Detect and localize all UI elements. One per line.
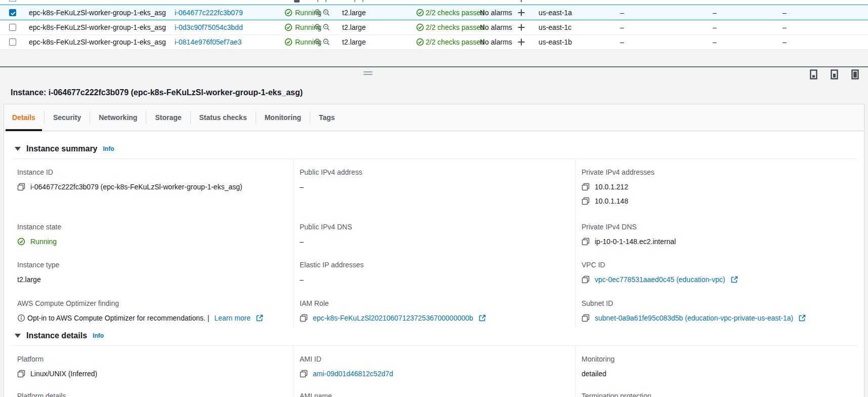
magnifier-minus-icon[interactable] (322, 9, 330, 17)
tab-details[interactable]: Details (6, 104, 42, 131)
text-fragment (317, 0, 318, 2)
copy-icon[interactable] (582, 275, 590, 284)
text-fragment (354, 0, 355, 2)
field-value: – (300, 182, 304, 192)
availability-zone: us-east-1c (539, 24, 571, 31)
field-label: Instance state (17, 223, 287, 231)
field-value: 10.0.1.148 (595, 196, 628, 206)
icon-fragment (294, 0, 300, 3)
empty-value: – (713, 24, 717, 31)
instance-details-header: Instance details Info (11, 331, 857, 346)
field-value: 10.0.1.212 (595, 182, 628, 192)
copy-icon[interactable] (300, 370, 308, 378)
row-checkbox[interactable] (9, 38, 16, 46)
add-alarm-plus-icon[interactable] (517, 38, 525, 46)
subnet-id-link[interactable]: subnet-0a9a61fe95c083d5b (education-vpc-… (595, 313, 793, 323)
magnifier-plus-icon[interactable] (314, 23, 322, 31)
empty-value: – (620, 24, 624, 31)
field-label: Monitoring (582, 355, 851, 364)
copy-icon[interactable] (582, 183, 590, 191)
row-checkbox[interactable] (9, 24, 16, 31)
info-link[interactable]: Info (103, 145, 114, 152)
instance-id-link[interactable]: i-0814e976f05ef7ae3 (175, 38, 241, 46)
triangle-down-icon[interactable] (15, 147, 21, 151)
field-label: AMI name (300, 392, 569, 397)
tab-status-checks[interactable]: Status checks (193, 104, 254, 131)
field-label: Public IPv4 DNS (300, 223, 569, 231)
tab-separator (44, 111, 45, 124)
instances-table: epc-k8s-FeKuLzSl-worker-group-1-eks_asg … (0, 0, 868, 50)
tab-tags[interactable]: Tags (312, 104, 342, 131)
field-value: i-064677c222fc3b079 (epc-k8s-FeKuLzSl-wo… (30, 182, 242, 192)
copy-icon[interactable] (17, 183, 25, 191)
info-link[interactable]: Info (93, 332, 104, 339)
tab-networking[interactable]: Networking (92, 104, 144, 131)
text-fragment (362, 0, 363, 2)
copy-icon[interactable] (582, 237, 590, 246)
alarm-status: No alarms (480, 9, 512, 16)
tab-separator (90, 111, 90, 124)
copy-icon[interactable] (17, 370, 25, 378)
tab-storage[interactable]: Storage (148, 104, 188, 131)
field-value: – (300, 274, 304, 285)
instance-detail-panel: Details Security Networking Storage Stat… (4, 104, 864, 397)
external-link-icon[interactable] (730, 275, 738, 284)
drag-handle-icon[interactable] (363, 71, 373, 76)
field-label: Termination protection (582, 392, 851, 397)
table-row[interactable]: epc-k8s-FeKuLzSl-worker-group-1-eks_asg … (0, 35, 868, 50)
instance-type: t2.large (342, 38, 366, 46)
empty-value: – (713, 9, 717, 16)
magnifier-minus-icon[interactable] (322, 23, 330, 31)
field-value: Linux/UNIX (Inferred) (30, 369, 97, 379)
state-ok-icon (284, 23, 293, 31)
ami-id-link[interactable]: ami-09d01d46812c52d7d (313, 369, 393, 379)
check-circle-icon (17, 237, 25, 246)
add-alarm-plus-icon[interactable] (517, 9, 525, 17)
external-link-icon[interactable] (256, 314, 264, 322)
alarm-status: No alarms (480, 24, 512, 31)
external-link-icon[interactable] (798, 314, 806, 322)
instance-id-link[interactable]: i-0d3c90f75054c3bdd (175, 24, 243, 31)
magnifier-plus-icon[interactable] (314, 38, 322, 46)
availability-zone: us-east-1a (539, 9, 572, 16)
field-value: – (300, 236, 304, 247)
empty-value: – (782, 38, 787, 46)
tab-separator (256, 111, 256, 124)
split-panel-large-icon[interactable] (851, 69, 859, 80)
tab-monitoring[interactable]: Monitoring (258, 104, 308, 131)
row-checkbox[interactable] (9, 9, 16, 16)
copy-icon[interactable] (300, 314, 308, 322)
tab-separator (146, 111, 146, 124)
ec2-console-screen: epc-k8s-FeKuLzSl-worker-group-1-eks_asg … (0, 0, 868, 397)
field-label: VPC ID (582, 261, 851, 269)
empty-value: – (782, 24, 787, 31)
status-ok-icon (416, 23, 424, 31)
copy-icon[interactable] (582, 197, 590, 205)
split-panel-medium-icon[interactable] (831, 69, 838, 80)
table-row[interactable]: epc-k8s-FeKuLzSl-worker-group-1-eks_asg … (0, 5, 868, 20)
empty-value: – (620, 38, 624, 46)
field-value: detailed (582, 369, 606, 379)
instance-name: epc-k8s-FeKuLzSl-worker-group-1-eks_asg (29, 38, 166, 46)
instance-name: epc-k8s-FeKuLzSl-worker-group-1-eks_asg (29, 24, 166, 31)
vpc-id-link[interactable]: vpc-0ec778531aaed0c45 (education-vpc) (595, 274, 725, 285)
copy-icon[interactable] (582, 314, 590, 322)
iam-role-link[interactable]: epc-k8s-FeKuLzSl202106071237253670000000… (313, 313, 473, 323)
optimizer-text: Opt-in to AWS Compute Optimizer for reco… (27, 313, 209, 323)
triangle-down-icon[interactable] (15, 334, 21, 338)
status-check: 2/2 checks passed (426, 24, 484, 31)
split-panel-small-icon[interactable] (810, 69, 817, 80)
field-label: IAM Role (300, 299, 569, 308)
check-icon (10, 10, 17, 17)
tab-security[interactable]: Security (47, 104, 88, 131)
instance-id-link[interactable]: i-064677c222fc3b079 (175, 9, 243, 16)
field-label: AMI ID (300, 355, 569, 364)
field-label: Private IPv4 addresses (582, 168, 851, 177)
magnifier-minus-icon[interactable] (322, 38, 330, 46)
add-alarm-plus-icon[interactable] (517, 23, 525, 31)
instance-type: t2.large (342, 24, 366, 31)
external-link-icon[interactable] (478, 314, 486, 322)
magnifier-plus-icon[interactable] (314, 9, 322, 17)
learn-more-link[interactable]: Learn more (214, 313, 251, 323)
table-row[interactable]: epc-k8s-FeKuLzSl-worker-group-1-eks_asg … (0, 20, 868, 35)
